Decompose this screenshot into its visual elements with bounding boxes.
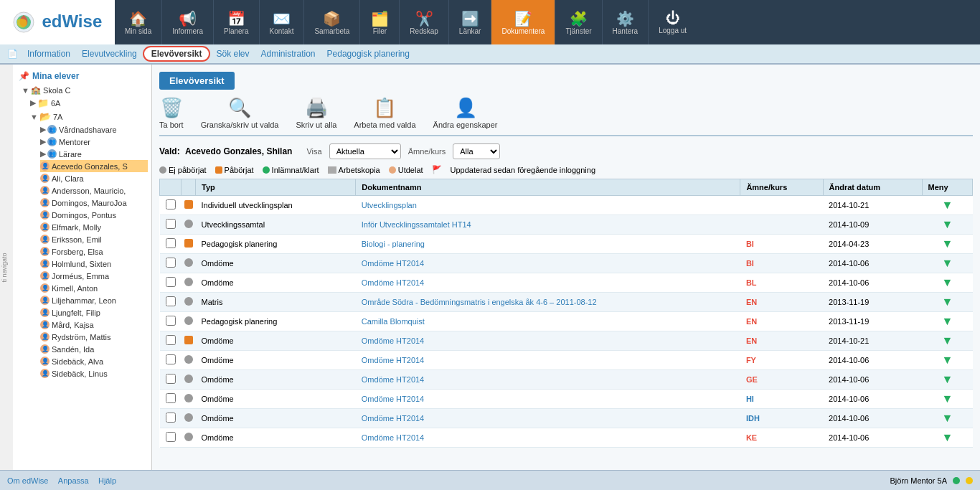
tree-6a-item[interactable]: ▶ 📁 6A xyxy=(30,96,148,110)
row-menu-cell[interactable]: ▼ xyxy=(922,331,972,351)
tree-student-ljungfelt[interactable]: 👤 Ljungfelt, Filip xyxy=(40,306,148,319)
row-menu-cell[interactable]: ▼ xyxy=(922,370,972,390)
row-menu-arrow[interactable]: ▼ xyxy=(941,237,953,250)
subnav-information[interactable]: Information xyxy=(22,49,76,59)
row-menu-cell[interactable]: ▼ xyxy=(922,293,972,312)
row-checkbox-cell[interactable] xyxy=(160,215,182,235)
row-docname-cell[interactable]: Omdöme HT2014 xyxy=(356,409,740,428)
row-docname-cell[interactable]: Inför Utvecklingssamtalet HT14 xyxy=(356,215,740,235)
row-checkbox-cell[interactable] xyxy=(160,409,182,428)
row-checkbox[interactable] xyxy=(166,432,176,442)
sidebar-toggle-down[interactable]: ◀ xyxy=(151,288,152,305)
row-checkbox-cell[interactable] xyxy=(160,273,182,293)
row-checkbox[interactable] xyxy=(166,219,176,229)
nav-item-dokumentera[interactable]: 📝 Dokumentera xyxy=(491,0,555,44)
tree-student-domingos-m[interactable]: 👤 Domingos, MauroJoa xyxy=(40,197,148,209)
row-menu-cell[interactable]: ▼ xyxy=(922,196,972,215)
row-menu-arrow[interactable]: ▼ xyxy=(941,412,953,424)
amne-select[interactable]: Alla BI BL EN FY GE HI IDH KE xyxy=(453,143,500,159)
row-checkbox[interactable] xyxy=(166,296,176,306)
row-docname-cell[interactable]: Omdöme HT2014 xyxy=(356,273,740,293)
row-menu-arrow[interactable]: ▼ xyxy=(941,334,953,347)
subnav-pedagogisk-planering[interactable]: Pedagogisk planering xyxy=(321,49,415,59)
row-menu-cell[interactable]: ▼ xyxy=(922,351,972,370)
subnav-sok-elev[interactable]: Sök elev xyxy=(210,49,255,59)
row-menu-cell[interactable]: ▼ xyxy=(922,409,972,428)
row-menu-arrow[interactable]: ▼ xyxy=(941,296,953,308)
page-title-button[interactable]: Elevöversikt xyxy=(159,72,235,90)
row-menu-arrow[interactable]: ▼ xyxy=(941,431,953,443)
tree-student-sanden[interactable]: 👤 Sandén, Ida xyxy=(40,343,148,355)
row-menu-arrow[interactable]: ▼ xyxy=(941,218,953,230)
tree-student-elfmark[interactable]: 👤 Elfmark, Molly xyxy=(40,221,148,233)
nav-item-samarbeta[interactable]: 📦 Samarbeta xyxy=(304,0,360,44)
row-checkbox[interactable] xyxy=(166,199,176,209)
row-menu-arrow[interactable]: ▼ xyxy=(941,354,953,366)
row-checkbox-cell[interactable] xyxy=(160,390,182,409)
footer-anpassa[interactable]: Anpassa xyxy=(58,476,89,485)
row-checkbox[interactable] xyxy=(166,393,176,403)
tree-student-kimell[interactable]: 👤 Kimell, Anton xyxy=(40,282,148,294)
nav-item-lankar[interactable]: ➡️ Länkar xyxy=(449,0,492,44)
row-checkbox[interactable] xyxy=(166,413,176,423)
sidebar-mina-elever-header[interactable]: 📌 Mina elever xyxy=(19,68,148,84)
tree-student-sideback-l[interactable]: 👤 Sidebäck, Linus xyxy=(40,367,148,380)
tree-larare[interactable]: ▶ 👥 Lärare xyxy=(40,148,148,160)
row-docname-cell[interactable]: Biologi - planering xyxy=(356,235,740,254)
tree-student-forsberg[interactable]: 👤 Forsberg, Elsa xyxy=(40,245,148,258)
tree-student-liljehammar[interactable]: 👤 Liljehammar, Leon xyxy=(40,294,148,306)
row-docname-cell[interactable]: Omdöme HT2014 xyxy=(356,331,740,351)
row-checkbox[interactable] xyxy=(166,277,176,287)
nav-item-informera[interactable]: 📢 Informera xyxy=(162,0,214,44)
nav-item-tjanster[interactable]: 🧩 Tjänster xyxy=(555,0,602,44)
tree-student-eriksson[interactable]: 👤 Eriksson, Emil xyxy=(40,233,148,245)
row-checkbox-cell[interactable] xyxy=(160,428,182,448)
row-docname-cell[interactable]: Omdöme HT2014 xyxy=(356,390,740,409)
row-docname-cell[interactable]: Omdöme HT2014 xyxy=(356,370,740,390)
tree-student-domingos-p[interactable]: 👤 Domingos, Pontus xyxy=(40,209,148,221)
nav-item-filer[interactable]: 🗂️ Filer xyxy=(360,0,400,44)
row-menu-cell[interactable]: ▼ xyxy=(922,215,972,235)
row-docname-cell[interactable]: Omdöme HT2014 xyxy=(356,351,740,370)
tree-student-ali[interactable]: 👤 Ali, Clara xyxy=(40,172,148,184)
nav-item-min-sida[interactable]: 🏠 Min sida xyxy=(115,0,162,44)
row-menu-arrow[interactable]: ▼ xyxy=(941,276,953,288)
row-checkbox-cell[interactable] xyxy=(160,370,182,390)
nav-item-redskap[interactable]: ✂️ Redskap xyxy=(400,0,448,44)
row-checkbox[interactable] xyxy=(166,238,176,248)
row-checkbox-cell[interactable] xyxy=(160,196,182,215)
row-checkbox-cell[interactable] xyxy=(160,351,182,370)
review-tool[interactable]: 🔍 Granska/skriv ut valda xyxy=(201,97,279,129)
row-menu-cell[interactable]: ▼ xyxy=(922,254,972,273)
tree-vardnadshavare[interactable]: ▶ 👥 Vårdnadshavare xyxy=(40,123,148,136)
row-menu-arrow[interactable]: ▼ xyxy=(941,315,953,327)
row-checkbox[interactable] xyxy=(166,354,176,364)
row-menu-cell[interactable]: ▼ xyxy=(922,428,972,448)
tree-student-holmlund[interactable]: 👤 Holmlund, Sixten xyxy=(40,258,148,270)
footer-hjalp[interactable]: Hjälp xyxy=(98,476,116,485)
subnav-elevutveckling[interactable]: Elevutveckling xyxy=(76,49,143,59)
tree-student-andersson[interactable]: 👤 Andersson, Mauricio, xyxy=(40,184,148,197)
row-menu-arrow[interactable]: ▼ xyxy=(941,373,953,385)
row-docname-cell[interactable]: Utvecklingsplan xyxy=(356,196,740,215)
print-all-tool[interactable]: 🖨️ Skriv ut alla xyxy=(296,97,336,129)
row-checkbox-cell[interactable] xyxy=(160,254,182,273)
row-menu-arrow[interactable]: ▼ xyxy=(941,392,953,405)
row-docname-cell[interactable]: Område Södra - Bedömningsmatris i engels… xyxy=(356,293,740,312)
row-checkbox[interactable] xyxy=(166,335,176,345)
tree-student-rydstrom[interactable]: 👤 Rydström, Mattis xyxy=(40,331,148,343)
row-menu-cell[interactable]: ▼ xyxy=(922,273,972,293)
row-docname-cell[interactable]: Omdöme HT2014 xyxy=(356,254,740,273)
work-tool[interactable]: 📋 Arbeta med valda xyxy=(354,97,415,129)
sidebar-toggle-up[interactable]: ◀ xyxy=(151,227,152,244)
row-checkbox[interactable] xyxy=(166,258,176,268)
tree-student-acevedo[interactable]: 👤 Acevedo Gonzales, S xyxy=(40,160,148,172)
row-checkbox-cell[interactable] xyxy=(160,235,182,254)
row-checkbox[interactable] xyxy=(166,374,176,384)
row-checkbox-cell[interactable] xyxy=(160,293,182,312)
nav-item-kontakt[interactable]: ✉️ Kontakt xyxy=(260,0,305,44)
footer-om-edwise[interactable]: Om edWise xyxy=(7,476,48,485)
tree-mentorer[interactable]: ▶ 👥 Mentorer xyxy=(40,136,148,148)
row-checkbox-cell[interactable] xyxy=(160,331,182,351)
nav-item-logga-ut[interactable]: ⏻ Logga ut xyxy=(649,0,697,44)
